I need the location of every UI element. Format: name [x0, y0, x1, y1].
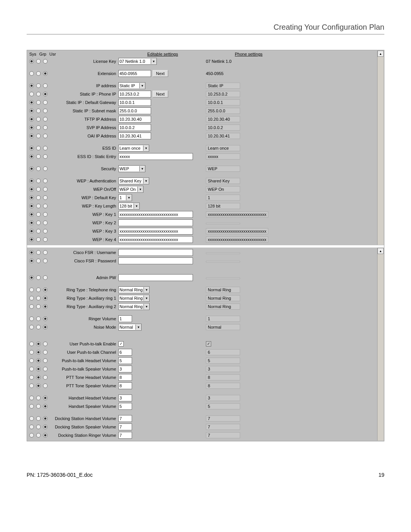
- radio-sys[interactable]: [29, 350, 34, 355]
- text-input[interactable]: [118, 153, 193, 160]
- text-input[interactable]: [118, 315, 132, 322]
- radio-usr[interactable]: [43, 404, 48, 409]
- radio-sys[interactable]: [29, 71, 34, 76]
- radio-grp[interactable]: [36, 304, 41, 309]
- radio-sys[interactable]: [29, 275, 34, 280]
- radio-usr[interactable]: [43, 59, 48, 64]
- radio-sys[interactable]: [29, 358, 34, 363]
- radio-grp[interactable]: [36, 83, 41, 88]
- radio-usr[interactable]: [43, 92, 48, 96]
- text-input[interactable]: [118, 257, 193, 264]
- radio-usr[interactable]: [43, 425, 48, 429]
- radio-usr[interactable]: [43, 296, 48, 300]
- chevron-down-icon[interactable]: ▼: [137, 187, 143, 192]
- radio-sys[interactable]: [29, 237, 34, 242]
- radio-usr[interactable]: [43, 100, 48, 105]
- radio-grp[interactable]: [36, 425, 41, 429]
- radio-sys[interactable]: [29, 425, 34, 429]
- radio-usr[interactable]: [43, 229, 48, 233]
- radio-grp[interactable]: [36, 195, 41, 200]
- radio-sys[interactable]: [29, 179, 34, 183]
- text-input[interactable]: [118, 423, 132, 430]
- dropdown[interactable]: 07 Netlink 1.0▼: [118, 58, 157, 65]
- radio-sys[interactable]: [29, 383, 34, 388]
- dropdown[interactable]: Normal Ring▼: [118, 295, 150, 302]
- radio-usr[interactable]: [43, 342, 48, 346]
- radio-sys[interactable]: [29, 166, 34, 171]
- text-input[interactable]: [118, 219, 193, 226]
- radio-usr[interactable]: [43, 117, 48, 121]
- dropdown[interactable]: Shared Key▼: [118, 177, 149, 184]
- radio-grp[interactable]: [36, 100, 41, 105]
- radio-grp[interactable]: [36, 92, 41, 96]
- chevron-down-icon[interactable]: ▼: [135, 324, 141, 330]
- text-input[interactable]: [118, 133, 151, 139]
- radio-grp[interactable]: [36, 296, 41, 300]
- radio-usr[interactable]: [43, 304, 48, 309]
- radio-sys[interactable]: [29, 100, 34, 105]
- text-input[interactable]: [118, 374, 132, 381]
- radio-grp[interactable]: [36, 71, 41, 76]
- radio-usr[interactable]: [43, 125, 48, 130]
- radio-usr[interactable]: [43, 275, 48, 280]
- radio-usr[interactable]: [43, 237, 48, 242]
- radio-usr[interactable]: [43, 433, 48, 438]
- radio-grp[interactable]: [36, 187, 41, 192]
- radio-sys[interactable]: [29, 416, 34, 421]
- radio-grp[interactable]: [36, 166, 41, 171]
- dropdown[interactable]: Normal Ring▼: [118, 286, 150, 293]
- radio-usr[interactable]: [43, 325, 48, 329]
- radio-sys[interactable]: [29, 296, 34, 300]
- radio-grp[interactable]: [36, 358, 41, 363]
- radio-sys[interactable]: [29, 109, 34, 113]
- radio-sys[interactable]: [29, 125, 34, 130]
- radio-sys[interactable]: [29, 212, 34, 217]
- chevron-down-icon[interactable]: ▼: [143, 296, 149, 301]
- text-input[interactable]: [118, 432, 132, 439]
- text-input[interactable]: [118, 211, 193, 218]
- radio-grp[interactable]: [36, 404, 41, 409]
- radio-usr[interactable]: [43, 83, 48, 88]
- radio-sys[interactable]: [29, 195, 34, 200]
- radio-sys[interactable]: [29, 325, 34, 329]
- text-input[interactable]: [118, 70, 151, 77]
- radio-sys[interactable]: [29, 59, 34, 64]
- text-input[interactable]: [118, 382, 132, 389]
- radio-grp[interactable]: [36, 396, 41, 400]
- radio-grp[interactable]: [36, 212, 41, 217]
- radio-grp[interactable]: [36, 325, 41, 329]
- chevron-down-icon[interactable]: ▼: [139, 83, 145, 88]
- radio-grp[interactable]: [36, 367, 41, 371]
- radio-grp[interactable]: [36, 146, 41, 150]
- radio-usr[interactable]: [43, 109, 48, 113]
- text-input[interactable]: [118, 395, 132, 401]
- text-input[interactable]: [118, 349, 132, 356]
- text-input[interactable]: [118, 403, 132, 410]
- radio-sys[interactable]: [29, 146, 34, 150]
- radio-usr[interactable]: [43, 367, 48, 371]
- radio-sys[interactable]: [29, 342, 34, 346]
- dropdown[interactable]: Normal Ring▼: [118, 303, 150, 310]
- chevron-down-icon[interactable]: ▼: [151, 59, 156, 64]
- radio-sys[interactable]: [29, 134, 34, 138]
- radio-sys[interactable]: [29, 154, 34, 159]
- text-input[interactable]: [118, 91, 151, 97]
- radio-usr[interactable]: [43, 71, 48, 76]
- radio-sys[interactable]: [29, 367, 34, 371]
- radio-usr[interactable]: [43, 195, 48, 200]
- radio-usr[interactable]: [43, 212, 48, 217]
- radio-grp[interactable]: [36, 125, 41, 130]
- radio-grp[interactable]: [36, 237, 41, 242]
- radio-sys[interactable]: [29, 250, 34, 255]
- text-input[interactable]: [118, 249, 193, 256]
- radio-usr[interactable]: [43, 358, 48, 363]
- radio-grp[interactable]: [36, 59, 41, 64]
- radio-usr[interactable]: [43, 204, 48, 208]
- radio-sys[interactable]: [29, 288, 34, 292]
- chevron-down-icon[interactable]: ▼: [139, 166, 145, 171]
- dropdown[interactable]: Normal▼: [118, 324, 142, 331]
- chevron-down-icon[interactable]: ▼: [134, 203, 139, 209]
- radio-grp[interactable]: [36, 250, 41, 255]
- radio-usr[interactable]: [43, 250, 48, 255]
- dropdown[interactable]: WEP On▼: [118, 186, 143, 193]
